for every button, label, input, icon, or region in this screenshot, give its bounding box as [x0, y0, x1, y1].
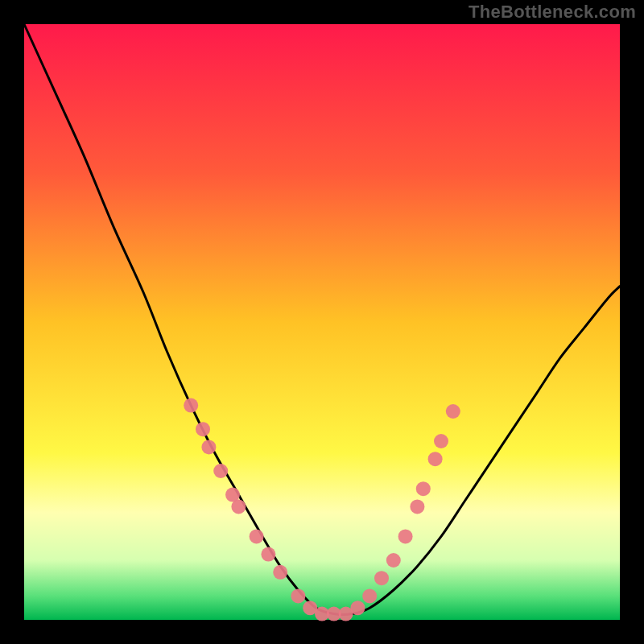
curve-marker: [291, 588, 305, 603]
curve-marker: [213, 464, 228, 478]
curve-marker: [273, 565, 287, 580]
chart-stage: TheBottleneck.com: [0, 0, 644, 644]
curve-marker: [196, 422, 210, 436]
bottleneck-chart: [0, 0, 644, 644]
curve-marker: [201, 440, 216, 454]
curve-marker: [428, 452, 443, 466]
watermark-text: TheBottleneck.com: [469, 2, 636, 23]
curve-marker: [416, 481, 431, 496]
curve-marker: [184, 398, 198, 413]
curve-marker: [362, 588, 377, 603]
curve-marker: [386, 553, 401, 568]
curve-marker: [261, 547, 275, 562]
curve-marker: [231, 499, 246, 514]
plot-background: [24, 24, 620, 620]
curve-marker: [350, 601, 365, 615]
curve-marker: [250, 529, 264, 543]
curve-marker: [434, 434, 448, 448]
curve-marker: [398, 529, 413, 543]
curve-marker: [374, 571, 389, 585]
curve-marker: [446, 404, 460, 419]
curve-marker: [410, 499, 424, 514]
